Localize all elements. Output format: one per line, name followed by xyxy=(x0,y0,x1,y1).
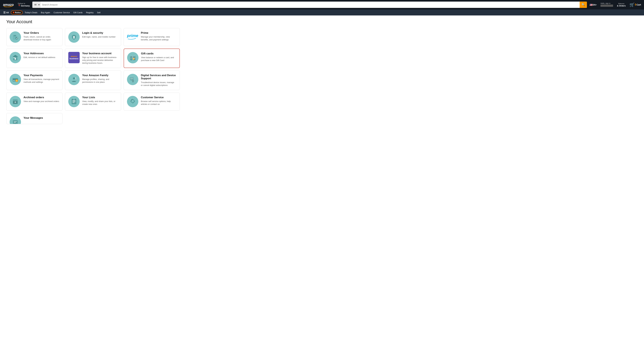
card-your-addresses-title: Your Addresses xyxy=(24,52,59,55)
card-your-orders-title: Your Orders xyxy=(24,32,59,34)
deliver-label: Deliver to xyxy=(18,2,30,4)
card-digital-services-text: Digital Services and Device Support Trou… xyxy=(141,74,176,87)
returns-label: Returns xyxy=(617,3,626,4)
card-customer-service[interactable]: Customer Service Browse self service opt… xyxy=(124,92,180,110)
header: amazon Deliver to 📍 Germany All 🔍 🇺🇸 EN … xyxy=(0,0,644,10)
svg-rect-49 xyxy=(72,99,73,100)
search-icon: 🔍 xyxy=(582,3,585,6)
card-your-payments[interactable]: $ Your Payments View all transactions, m… xyxy=(6,70,62,90)
card-gift-cards-title: Gift cards xyxy=(141,52,176,55)
business-account-icon: amazon business xyxy=(68,52,80,63)
card-login-security-text: Login & security Edit login, name, and m… xyxy=(82,32,118,38)
search-button[interactable]: 🔍 xyxy=(580,2,587,8)
card-your-addresses[interactable]: Your Addresses Edit, remove or set defau… xyxy=(6,48,62,68)
nav-rufus-button[interactable]: Rufus xyxy=(11,10,23,14)
card-login-security[interactable]: Login & security Edit login, name, and m… xyxy=(65,28,121,46)
your-addresses-icon xyxy=(10,52,21,63)
orders-label: & Orders xyxy=(617,4,626,7)
svg-rect-13 xyxy=(15,58,16,60)
your-payments-icon: $ xyxy=(10,74,21,85)
card-your-messages[interactable]: Your Messages xyxy=(6,113,62,124)
nav-customer-service[interactable]: Customer Service xyxy=(52,10,71,15)
card-prime-desc: Manage your membership, view benefits, a… xyxy=(141,36,176,41)
nav-sell[interactable]: Sell xyxy=(96,10,102,15)
your-messages-icon xyxy=(10,116,21,124)
cart-count: 0 xyxy=(635,3,636,6)
svg-rect-46 xyxy=(72,101,76,101)
card-digital-services-title: Digital Services and Device Support xyxy=(141,74,176,80)
amazon-family-icon xyxy=(68,74,80,85)
language-selector[interactable]: 🇺🇸 EN ▾ xyxy=(588,2,598,7)
card-your-payments-desc: View all transactions, manage payment me… xyxy=(24,78,59,84)
navbar: ☰ All Rufus Today's Deals Buy Again Cust… xyxy=(0,10,644,16)
card-amazon-family-title: Your Amazon Family xyxy=(82,74,118,77)
svg-rect-9 xyxy=(74,38,74,39)
main-content: Your Account Your Orders Track, return, … xyxy=(0,16,644,339)
account-menu[interactable]: Hello, sign in xyxy=(599,2,614,8)
card-your-messages-title: Your Messages xyxy=(24,116,59,120)
deliver-country: Germany xyxy=(21,4,30,7)
search-category-select[interactable]: All xyxy=(32,2,40,8)
nav-buy-again[interactable]: Buy Again xyxy=(40,10,52,15)
card-login-security-desc: Edit login, name, and mobile number xyxy=(82,36,118,38)
card-customer-service-text: Customer Service Browse self service opt… xyxy=(141,96,176,106)
card-business-text: Your business account Sign up for free t… xyxy=(82,52,118,65)
nav-all-label: All xyxy=(6,11,9,14)
svg-rect-21 xyxy=(13,80,14,81)
rufus-dot-icon xyxy=(13,12,14,13)
card-your-orders-text: Your Orders Track, return, cancel an ord… xyxy=(24,32,59,41)
card-gift-cards-desc: View balance or redeem a card, and purch… xyxy=(141,56,176,62)
svg-rect-36 xyxy=(132,80,134,82)
svg-rect-45 xyxy=(72,100,76,100)
card-amazon-family[interactable]: Your Amazon Family Manage profiles, shar… xyxy=(65,70,121,90)
card-business-title: Your business account xyxy=(82,52,118,55)
svg-rect-38 xyxy=(130,80,132,80)
card-gift-cards[interactable]: Gift cards View balance or redeem a card… xyxy=(124,48,180,68)
nav-todays-deals[interactable]: Today's Deals xyxy=(23,10,39,15)
prime-icon: prime xyxy=(127,32,138,43)
card-prime[interactable]: prime Prime Manage your membership, view… xyxy=(124,28,180,46)
card-customer-service-desc: Browse self service options, help articl… xyxy=(141,100,176,106)
account-greeting: Hello, sign in xyxy=(600,2,613,4)
search-input[interactable] xyxy=(40,2,580,8)
card-your-orders[interactable]: Your Orders Track, return, cancel an ord… xyxy=(6,28,62,46)
customer-service-icon xyxy=(127,96,138,107)
login-security-icon xyxy=(68,32,80,43)
svg-point-15 xyxy=(14,57,14,58)
card-your-payments-text: Your Payments View all transactions, man… xyxy=(24,74,59,84)
card-customer-service-title: Customer Service xyxy=(141,96,176,99)
svg-point-32 xyxy=(76,78,76,78)
card-archived-orders[interactable]: Archived orders View and manage your arc… xyxy=(6,92,62,110)
account-grid: Your Orders Track, return, cancel an ord… xyxy=(6,28,180,124)
svg-rect-53 xyxy=(134,101,135,102)
nav-registry[interactable]: Registry xyxy=(84,10,95,15)
cart-icon: 🛒 xyxy=(630,2,634,7)
card-prime-text: Prime Manage your membership, view benef… xyxy=(141,32,176,41)
card-your-lists-title: Your Lists xyxy=(82,96,118,99)
card-your-addresses-text: Your Addresses Edit, remove or set defau… xyxy=(24,52,59,59)
amazon-logo[interactable]: amazon xyxy=(2,2,15,8)
card-archived-orders-title: Archived orders xyxy=(24,96,59,99)
card-digital-services[interactable]: Digital Services and Device Support Trou… xyxy=(124,70,180,90)
svg-text:$: $ xyxy=(16,80,17,82)
card-prime-title: Prime xyxy=(141,32,176,34)
svg-rect-48 xyxy=(72,102,74,103)
deliver-to[interactable]: Deliver to 📍 Germany xyxy=(17,2,31,8)
returns-orders-link[interactable]: Returns & Orders xyxy=(616,2,627,8)
card-archived-orders-desc: View and manage your archived orders xyxy=(24,100,59,103)
card-business-account[interactable]: amazon business Your business account Si… xyxy=(65,48,121,68)
nav-gift-cards[interactable]: Gift Cards xyxy=(72,10,84,15)
svg-point-30 xyxy=(73,78,74,79)
svg-rect-39 xyxy=(13,100,18,100)
svg-rect-52 xyxy=(130,101,131,102)
cart-button[interactable]: 🛒 0 Cart xyxy=(628,2,642,8)
card-your-lists-desc: View, modify, and share your lists, or c… xyxy=(82,100,118,106)
card-your-payments-title: Your Payments xyxy=(24,74,59,77)
card-your-lists[interactable]: Your Lists View, modify, and share your … xyxy=(65,92,121,110)
your-orders-icon xyxy=(10,32,21,43)
nav-all-button[interactable]: ☰ All xyxy=(2,10,10,15)
svg-rect-50 xyxy=(75,99,76,100)
svg-rect-47 xyxy=(72,102,76,102)
card-your-messages-text: Your Messages xyxy=(24,116,59,120)
card-your-addresses-desc: Edit, remove or set default address xyxy=(24,56,59,59)
